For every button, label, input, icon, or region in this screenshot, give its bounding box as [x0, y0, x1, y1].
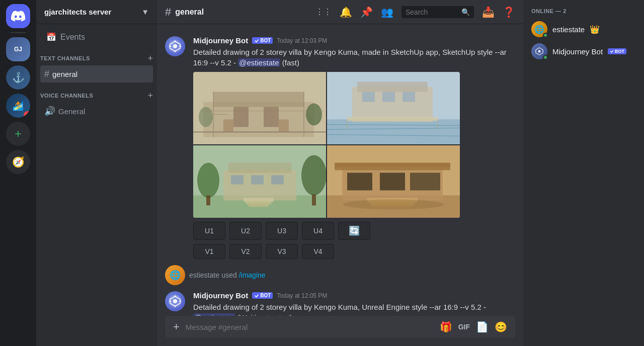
input-area: + 🎁 GIF 📄 😊	[157, 316, 523, 346]
svg-point-31	[197, 163, 219, 198]
add-attachment-button[interactable]: +	[173, 320, 180, 333]
message-input-wrapper: + 🎁 GIF 📄 😊	[165, 316, 515, 338]
add-voice-channel-button[interactable]: +	[147, 91, 153, 100]
image-grid-cell-2	[327, 72, 460, 144]
search-input[interactable]	[406, 8, 459, 16]
svg-rect-8	[233, 107, 249, 127]
image-grid-cell-1	[193, 72, 326, 144]
upscale-1-button[interactable]: U1	[193, 222, 225, 240]
svg-rect-10	[223, 120, 233, 132]
search-bar[interactable]: 🔍	[401, 6, 474, 18]
discord-home-button[interactable]	[6, 4, 30, 28]
channel-sidebar: gjarchitects server ▼ 📅 Events TEXT CHAN…	[36, 0, 157, 346]
message-group-1: Midjourney Bot BOT Today at 12:03 PM Det…	[157, 32, 523, 263]
channel-general[interactable]: # general 👤 ⚙	[40, 65, 153, 82]
variation-3-button[interactable]: V3	[266, 244, 298, 259]
add-member-icon[interactable]: 👤	[132, 70, 140, 78]
gif-button[interactable]: GIF	[458, 323, 470, 331]
user-badge-estiestate: 👑	[590, 25, 600, 34]
message-content-1: Midjourney Bot BOT Today at 12:03 PM Det…	[193, 36, 515, 259]
help-icon[interactable]: ❓	[503, 6, 515, 18]
channel-header-name: general	[175, 8, 204, 17]
svg-rect-34	[312, 195, 316, 206]
user-item-estiestate[interactable]: 🌐 estiestate 👑	[527, 18, 640, 40]
variation-2-button[interactable]: V2	[229, 244, 262, 259]
notification-badge: 1	[24, 111, 30, 118]
message-input[interactable]	[186, 323, 434, 331]
notification-bell-icon[interactable]: 🔔	[340, 6, 352, 18]
server-header[interactable]: gjarchitects server ▼	[36, 0, 157, 24]
sticker-button[interactable]: 📄	[476, 321, 489, 333]
voice-channel-general[interactable]: 🔊 General	[40, 103, 153, 120]
svg-rect-52	[380, 173, 405, 191]
voice-channel-general-label: General	[58, 107, 149, 116]
settings-icon[interactable]: ⚙	[142, 70, 149, 78]
text-channels-category: TEXT CHANNELS +	[36, 46, 157, 65]
imagine-command[interactable]: /imagine	[239, 271, 266, 279]
midjourney-bot-avatar-1	[165, 36, 185, 56]
calendar-icon: 📅	[46, 32, 56, 42]
svg-point-32	[301, 155, 326, 196]
imagine-notice-text: estiestate used /imagine	[189, 271, 266, 280]
main-content: # general ⋮⋮ 🔔 📌 👥 🔍 📥 ❓	[157, 0, 523, 346]
svg-rect-23	[362, 92, 375, 102]
add-server-button[interactable]: +	[6, 122, 30, 146]
voice-channels-category: VOICE CHANNELS +	[36, 83, 157, 102]
message-timestamp-2: Today at 12:05 PM	[277, 292, 327, 299]
server-2[interactable]: ⚓	[6, 65, 30, 90]
online-indicator	[543, 33, 548, 38]
channel-hash-icon: #	[165, 6, 171, 19]
refresh-button[interactable]: 🔄	[338, 222, 370, 240]
input-actions: 🎁 GIF 📄 😊	[440, 321, 507, 333]
members-icon[interactable]: 👥	[381, 6, 393, 18]
users-panel: ONLINE — 2 🌐 estiestate 👑 Midjourney Bot…	[523, 0, 644, 346]
svg-rect-4	[213, 92, 304, 107]
message-image-grid[interactable]	[193, 72, 460, 218]
mention-estiestate-2[interactable]: @estiestate	[193, 313, 235, 316]
imagine-notice: 🌐 estiestate used /imagine	[157, 263, 523, 285]
message-author-2: Midjourney Bot	[193, 291, 248, 300]
message-group-2: Midjourney Bot BOT Today at 12:05 PM Det…	[157, 287, 523, 316]
server-3[interactable]: 🏄 1	[6, 94, 30, 118]
online-header: ONLINE — 2	[527, 8, 640, 18]
message-content-2: Midjourney Bot BOT Today at 12:05 PM Det…	[193, 291, 515, 316]
server-name: gjarchitects server	[44, 8, 111, 16]
threads-icon[interactable]: ⋮⋮	[315, 7, 332, 17]
channel-header: # general ⋮⋮ 🔔 📌 👥 🔍 📥 ❓	[157, 0, 523, 24]
svg-rect-25	[403, 92, 415, 102]
chevron-down-icon: ▼	[141, 8, 149, 16]
voice-channels-label[interactable]: VOICE CHANNELS	[40, 93, 93, 99]
gift-button[interactable]: 🎁	[440, 321, 452, 333]
image-grid-cell-4	[327, 145, 460, 218]
svg-rect-41	[251, 176, 264, 185]
svg-point-60	[538, 50, 541, 53]
variation-4-button[interactable]: V4	[302, 244, 334, 259]
upscale-3-button[interactable]: U3	[266, 222, 298, 240]
mention-estiestate-1[interactable]: @estiestate	[238, 58, 280, 67]
add-text-channel-button[interactable]: +	[147, 54, 153, 63]
events-label: Events	[60, 33, 85, 42]
emoji-button[interactable]: 😊	[495, 321, 507, 333]
svg-rect-35	[223, 170, 296, 201]
upscale-2-button[interactable]: U2	[229, 222, 262, 240]
discover-servers-button[interactable]: 🧭	[6, 150, 30, 174]
pin-icon[interactable]: 📌	[360, 6, 373, 18]
messages-area[interactable]: Midjourney Bot BOT Today at 12:03 PM Det…	[157, 24, 523, 316]
notice-author: estiestate	[189, 271, 219, 279]
inbox-icon[interactable]: 📥	[482, 6, 495, 18]
message-header-2: Midjourney Bot BOT Today at 12:05 PM	[193, 291, 515, 300]
server-divider	[10, 32, 26, 33]
channel-general-label: general	[52, 70, 129, 78]
variation-1-button[interactable]: V1	[193, 244, 225, 259]
svg-rect-9	[264, 107, 279, 127]
action-buttons-row2: V1 V2 V3 V4	[193, 244, 515, 259]
svg-rect-11	[279, 120, 289, 132]
server-gj-architects[interactable]: GJ	[6, 37, 30, 61]
image-grid-cell-3	[193, 145, 326, 218]
text-channels-label[interactable]: TEXT CHANNELS	[40, 55, 90, 61]
upscale-4-button[interactable]: U4	[302, 222, 334, 240]
events-item[interactable]: 📅 Events	[40, 30, 153, 44]
svg-rect-53	[410, 173, 440, 191]
message-timestamp-1: Today at 12:03 PM	[277, 37, 327, 44]
user-item-midjourney[interactable]: Midjourney Bot BOT	[527, 40, 640, 62]
